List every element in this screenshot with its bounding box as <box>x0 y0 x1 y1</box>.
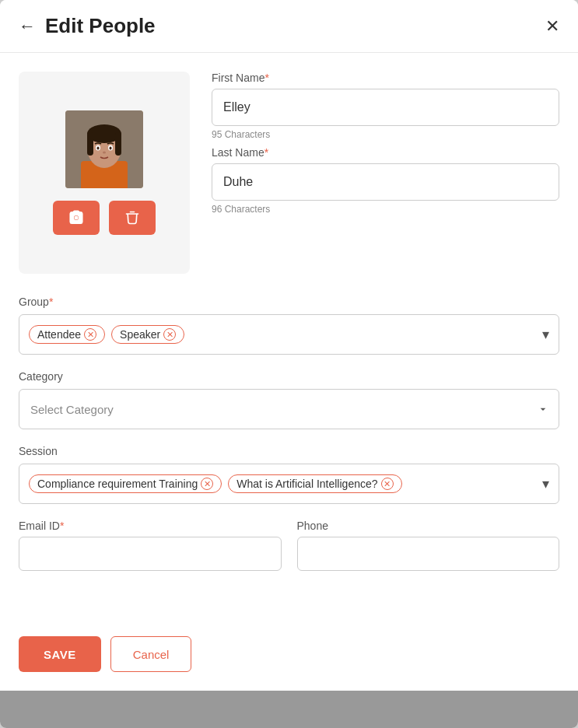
session-section: Session Compliance requirement Training … <box>19 445 559 504</box>
remove-speaker-tag[interactable]: ✕ <box>163 328 176 341</box>
remove-ai-tag[interactable]: ✕ <box>381 478 394 490</box>
save-button[interactable]: SAVE <box>19 636 101 672</box>
avatar-buttons <box>53 201 156 235</box>
category-section: Category Select Category <box>19 370 559 429</box>
svg-point-10 <box>110 147 112 150</box>
first-name-group: First Name* 95 Characters <box>212 72 559 140</box>
group-label: Group* <box>19 296 559 308</box>
email-input[interactable] <box>19 537 282 571</box>
email-phone-section: Email ID* Phone <box>19 520 559 571</box>
page-title: Edit People <box>45 14 156 38</box>
phone-label: Phone <box>297 520 560 532</box>
session-dropdown[interactable]: Compliance requirement Training ✕ What i… <box>19 464 559 504</box>
modal-header: ← Edit People ✕ <box>0 0 578 53</box>
close-button[interactable]: ✕ <box>545 18 559 35</box>
name-fields-section: First Name* 95 Characters Last Name* 96 … <box>212 72 559 274</box>
back-button[interactable]: ← <box>19 18 36 35</box>
email-label: Email ID* <box>19 520 282 532</box>
svg-point-12 <box>75 216 79 220</box>
last-name-group: Last Name* 96 Characters <box>212 146 559 215</box>
session-label: Session <box>19 445 559 457</box>
modal-content: First Name* 95 Characters Last Name* 96 … <box>0 53 578 621</box>
group-dropdown-arrow: ▾ <box>542 326 549 343</box>
upload-photo-button[interactable] <box>53 201 100 235</box>
last-name-label: Last Name* <box>212 146 559 159</box>
header-left: ← Edit People <box>19 14 156 38</box>
group-section: Group* Attendee ✕ Speaker ✕ ▾ <box>19 296 559 355</box>
svg-point-11 <box>103 152 106 154</box>
category-select-wrapper: Select Category <box>19 389 559 429</box>
avatar-image <box>65 110 143 188</box>
last-name-char-count: 96 Characters <box>212 204 559 215</box>
session-dropdown-arrow: ▾ <box>542 475 549 492</box>
first-name-char-count: 95 Characters <box>212 129 559 140</box>
first-name-label: First Name* <box>212 72 559 84</box>
avatar-section <box>19 72 190 274</box>
email-field-group: Email ID* <box>19 520 282 571</box>
cancel-button[interactable]: Cancel <box>110 636 192 672</box>
footer: SAVE Cancel <box>0 621 578 691</box>
phone-field-group: Phone <box>297 520 560 571</box>
group-dropdown[interactable]: Attendee ✕ Speaker ✕ ▾ <box>19 314 559 355</box>
svg-rect-6 <box>115 132 121 156</box>
bottom-bar <box>0 691 578 728</box>
phone-input[interactable] <box>297 537 560 571</box>
session-tag-ai: What is Artificial Intelligence? ✕ <box>228 474 401 493</box>
last-name-input[interactable] <box>212 163 559 201</box>
category-label: Category <box>19 370 559 383</box>
delete-photo-button[interactable] <box>109 201 156 235</box>
remove-compliance-tag[interactable]: ✕ <box>201 478 213 490</box>
session-tag-compliance: Compliance requirement Training ✕ <box>29 474 222 493</box>
svg-rect-5 <box>87 132 93 156</box>
svg-point-9 <box>97 147 100 150</box>
category-select[interactable]: Select Category <box>19 389 559 429</box>
top-section: First Name* 95 Characters Last Name* 96 … <box>19 72 559 274</box>
group-tag-speaker: Speaker ✕ <box>111 325 184 344</box>
remove-attendee-tag[interactable]: ✕ <box>84 328 96 341</box>
edit-people-modal: ← Edit People ✕ <box>0 0 578 728</box>
first-name-input[interactable] <box>212 89 559 126</box>
group-tag-attendee: Attendee ✕ <box>29 325 105 344</box>
